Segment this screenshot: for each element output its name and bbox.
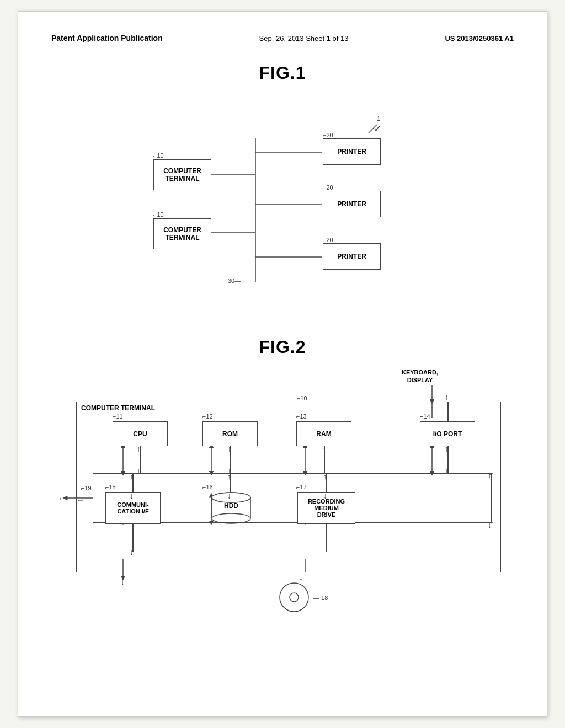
- ref-bus: 30—: [228, 277, 241, 284]
- fig1-title: FIG.1: [51, 63, 514, 83]
- header-center: Sep. 26, 2013 Sheet 1 of 13: [259, 34, 349, 42]
- ref-comm: ⌐15: [105, 484, 116, 490]
- cpu-arrow-down: ↓: [137, 467, 141, 476]
- ref-io: ⌐14: [420, 413, 430, 420]
- fig2-diagram: KEYBOARD,DISPLAY ⌐10 COMPUTER TERMINAL ⌐…: [51, 368, 514, 600]
- computer-terminal-2: COMPUTERTERMINAL: [153, 218, 211, 249]
- header-right: US 2013/0250361 A1: [445, 34, 514, 42]
- comm-arrow-up: ↑: [130, 473, 134, 481]
- ref-net: ⌐19: [81, 485, 92, 491]
- rec-line-bot: [326, 524, 327, 552]
- comm-bot-arrow: ↓: [121, 578, 125, 587]
- printer-1: PRINTER: [323, 138, 381, 165]
- page-header: Patent Application Publication Sep. 26, …: [51, 34, 514, 46]
- ref-outer-ct: ⌐10: [297, 395, 307, 402]
- ram-box: RAM: [296, 421, 351, 446]
- ref-pr2: ⌐20: [323, 184, 333, 191]
- svg-point-25: [212, 493, 250, 502]
- fig2-section: FIG.2: [51, 337, 514, 600]
- hdd-arrow-up2: ↑: [227, 473, 231, 481]
- fig2-outer-box: COMPUTER TERMINAL ⌐11 CPU ⌐12 ROM ⌐13 RA…: [76, 402, 501, 572]
- io-box: I/O PORT: [420, 421, 475, 446]
- svg-point-24: [212, 513, 250, 523]
- fig2-title: FIG.2: [51, 337, 514, 357]
- disk-arrow: ↓: [299, 574, 303, 582]
- ref-disk: — 18: [313, 595, 328, 601]
- net-arrow-left: ←: [77, 496, 84, 505]
- cpu-box: CPU: [113, 421, 168, 446]
- svg-point-26: [280, 583, 308, 612]
- fig1-svg: [51, 94, 514, 304]
- ram-arrow-up: ↑: [321, 445, 325, 454]
- keyboard-arrow: ↑: [445, 393, 449, 402]
- ref-rom: ⌐12: [202, 413, 213, 420]
- printer-3: PRINTER: [323, 243, 381, 270]
- disk-shape: [278, 581, 311, 616]
- ref-pr1: ⌐20: [323, 132, 333, 138]
- ref-rec: ⌐17: [296, 484, 307, 490]
- computer-terminal-1: COMPUTERTERMINAL: [153, 159, 211, 190]
- ref-ram: ⌐13: [296, 413, 307, 420]
- io-to-keyboard: [447, 402, 449, 422]
- hdd-box: HDD: [209, 492, 253, 524]
- rec-arrow-down2: ↓: [323, 492, 327, 501]
- comm-line-bot: [132, 524, 134, 552]
- ref-ct1: ⌐10: [153, 152, 164, 159]
- rom-arrow-up: ↑: [227, 445, 231, 454]
- svg-point-27: [290, 593, 299, 602]
- header-left: Patent Application Publication: [51, 34, 163, 42]
- ref-ct2: ⌐10: [153, 211, 164, 218]
- fig1-diagram: 1 ↙ ⌐10 COMPUTERTERMINAL ⌐10 COMPUTERTER…: [51, 94, 514, 304]
- comm-arrow-down: ↓: [130, 492, 134, 501]
- ref-1: 1: [377, 115, 380, 122]
- io-arrow-down: ↓: [445, 467, 449, 476]
- rec-arrow-up2: ↑: [323, 473, 327, 481]
- comm-arrow-bot: ↓: [130, 548, 134, 557]
- page: Patent Application Publication Sep. 26, …: [18, 11, 547, 717]
- printer-2: PRINTER: [323, 191, 381, 217]
- cpu-arrow-up: ↑: [137, 445, 141, 454]
- right-bus-arrow-top: ↑: [488, 472, 492, 480]
- keyboard-display-label: KEYBOARD,DISPLAY: [402, 368, 438, 384]
- io-arrow-up: ↑: [445, 445, 449, 454]
- ref-pr3: ⌐20: [323, 237, 333, 243]
- ref-cpu: ⌐11: [113, 413, 123, 420]
- hdd-arrow-down2: ↓: [227, 492, 231, 501]
- net-left-arrow: ←: [58, 494, 66, 503]
- ref-hdd: ⌐16: [202, 484, 213, 490]
- computer-terminal-label: COMPUTER TERMINAL: [81, 404, 155, 412]
- right-bus-arrow-bot: ↓: [488, 521, 492, 530]
- rom-box: ROM: [202, 421, 258, 446]
- fig1-section: FIG.1 1 ↙ ⌐10: [51, 63, 514, 304]
- bus-top: [93, 473, 491, 474]
